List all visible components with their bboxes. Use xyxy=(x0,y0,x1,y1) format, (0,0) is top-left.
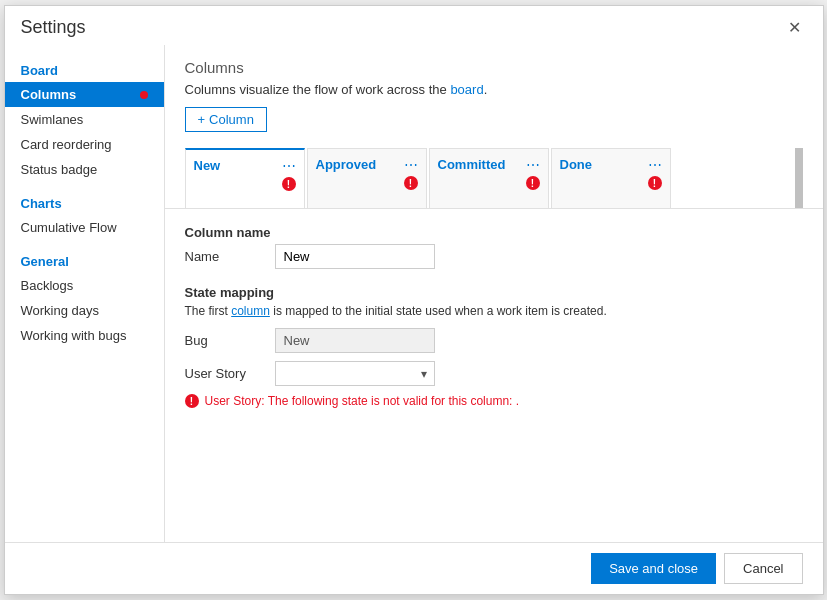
user-story-select[interactable] xyxy=(275,361,435,386)
col-tab-done-label: Done xyxy=(560,153,593,176)
col-tab-committed-error: ! xyxy=(526,176,540,190)
error-text: User Story: The following state is not v… xyxy=(205,394,520,408)
sidebar-section-charts[interactable]: Charts xyxy=(5,188,164,215)
user-story-field-row: User Story ▾ xyxy=(185,361,803,386)
sidebar-item-backlogs[interactable]: Backlogs xyxy=(5,273,164,298)
bug-label: Bug xyxy=(185,333,275,348)
main-header: Columns Columns visualize the flow of wo… xyxy=(165,45,823,140)
columns-scrollbar[interactable] xyxy=(795,148,803,208)
main-heading: Columns xyxy=(185,59,803,76)
state-mapping-title: State mapping xyxy=(185,285,803,300)
name-label: Name xyxy=(185,249,275,264)
name-field-row: Name xyxy=(185,244,803,269)
column-tab-committed[interactable]: Committed ⋯ ! xyxy=(429,148,549,208)
state-mapping-description: The first column is mapped to the initia… xyxy=(185,304,803,318)
error-icon: ! xyxy=(185,394,199,408)
cancel-button[interactable]: Cancel xyxy=(724,553,802,584)
sidebar-item-working-days[interactable]: Working days xyxy=(5,298,164,323)
sidebar-item-status-badge[interactable]: Status badge xyxy=(5,157,164,182)
add-column-button[interactable]: + Column xyxy=(185,107,267,132)
description-text-1: Columns visualize the flow of work acros… xyxy=(185,82,451,97)
col-tab-committed-label: Committed xyxy=(438,153,506,176)
columns-tabs: New ⋯ ! Approved ⋯ ! xyxy=(165,148,823,209)
state-mapping-link[interactable]: column xyxy=(231,304,270,318)
column-tab-approved[interactable]: Approved ⋯ ! xyxy=(307,148,427,208)
add-column-label: Column xyxy=(209,112,254,127)
col-tab-new-label: New xyxy=(194,154,221,177)
bug-field-row: Bug xyxy=(185,328,803,353)
user-story-error: ! User Story: The following state is not… xyxy=(185,394,803,408)
col-tab-new-error: ! xyxy=(282,177,296,191)
sidebar-section-general[interactable]: General xyxy=(5,246,164,273)
main-content: Columns Columns visualize the flow of wo… xyxy=(165,45,823,542)
sidebar-item-card-reordering[interactable]: Card reordering xyxy=(5,132,164,157)
inner-panel: Column name Name State mapping The first… xyxy=(165,209,823,542)
add-column-plus-icon: + xyxy=(198,112,206,127)
bug-input xyxy=(275,328,435,353)
col-tab-done-more-icon[interactable]: ⋯ xyxy=(648,157,662,173)
col-tab-done-error: ! xyxy=(648,176,662,190)
dialog-title: Settings xyxy=(21,17,782,38)
user-story-select-wrapper: ▾ xyxy=(275,361,435,386)
sidebar-item-columns[interactable]: Columns xyxy=(5,82,164,107)
dialog-titlebar: Settings ✕ xyxy=(5,6,823,45)
sidebar-section-board[interactable]: Board xyxy=(5,55,164,82)
settings-dialog: Settings ✕ Board Columns Swimlanes Card … xyxy=(4,5,824,595)
col-tab-new-more-icon[interactable]: ⋯ xyxy=(282,158,296,174)
sidebar-item-columns-label: Columns xyxy=(21,87,77,102)
close-button[interactable]: ✕ xyxy=(782,16,807,39)
col-tab-approved-error: ! xyxy=(404,176,418,190)
col-tab-approved-label: Approved xyxy=(316,153,377,176)
sidebar: Board Columns Swimlanes Card reordering … xyxy=(5,45,165,542)
description-board-link[interactable]: board xyxy=(450,82,483,97)
sidebar-item-cumulative-flow[interactable]: Cumulative Flow xyxy=(5,215,164,240)
user-story-label: User Story xyxy=(185,366,275,381)
column-name-section-title: Column name xyxy=(185,225,803,240)
save-and-close-button[interactable]: Save and close xyxy=(591,553,716,584)
name-input[interactable] xyxy=(275,244,435,269)
main-description: Columns visualize the flow of work acros… xyxy=(185,82,803,97)
sidebar-item-working-with-bugs[interactable]: Working with bugs xyxy=(5,323,164,348)
dialog-body: Board Columns Swimlanes Card reordering … xyxy=(5,45,823,542)
columns-error-indicator xyxy=(140,91,148,99)
column-name-section: Column name Name xyxy=(185,225,803,269)
scrollbar-thumb xyxy=(795,148,803,208)
state-mapping-section: State mapping The first column is mapped… xyxy=(185,285,803,408)
sidebar-item-swimlanes[interactable]: Swimlanes xyxy=(5,107,164,132)
col-tab-committed-more-icon[interactable]: ⋯ xyxy=(526,157,540,173)
column-tab-done[interactable]: Done ⋯ ! xyxy=(551,148,671,208)
col-tab-approved-more-icon[interactable]: ⋯ xyxy=(404,157,418,173)
column-tab-new[interactable]: New ⋯ ! xyxy=(185,148,305,208)
dialog-footer: Save and close Cancel xyxy=(5,542,823,594)
